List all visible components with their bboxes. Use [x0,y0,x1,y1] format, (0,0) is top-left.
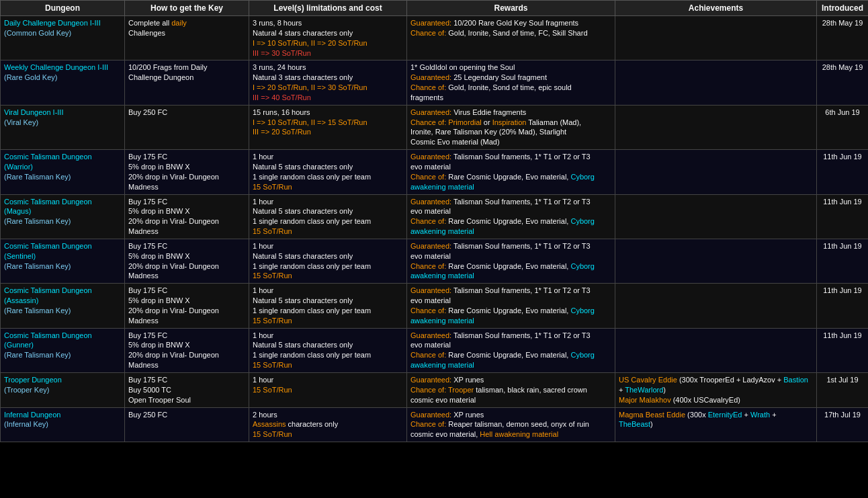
header-rewards: Rewards [407,1,615,16]
dungeon-name: Weekly Challenge Dungeon I-III [4,63,108,71]
rewards-cell: Guaranteed: XP runesChance of: Trooper t… [407,373,615,408]
dungeon-cell: Trooper Dungeon(Trooper Key) [1,373,125,408]
key-cell: Buy 250 FC [125,407,249,442]
dungeon-cell: Cosmic Talisman Dungeon (Assassin)(Rare … [1,284,125,328]
dungeon-cell: Cosmic Talisman Dungeon (Warrior)(Rare T… [1,150,125,194]
dungeon-cell: Daily Challenge Dungeon I-III(Common Gol… [1,16,125,60]
key-cell: Buy 250 FC [125,105,249,149]
rewards-cell: Guaranteed: Talisman Soul framents, 1* T… [407,328,615,372]
dungeon-cell: Infernal Dungeon(Infernal Key) [1,407,125,442]
rewards-cell: Guaranteed: Virus Eddie fragmentsChance … [407,105,615,149]
introduced-cell: 11th Jun 19 [817,239,869,283]
key-cell: Buy 175 FC5% drop in BNW X20% drop in Vi… [125,194,249,239]
dungeon-name: Cosmic Talisman Dungeon (Assassin) [4,286,92,304]
introduced-cell: 28th May 19 [817,16,869,60]
achievements-cell [615,239,817,283]
dungeon-name: Viral Dungeon I-III [4,108,63,116]
header-key: How to get the Key [125,1,249,16]
key-cell: Buy 175 FC5% drop in BNW X20% drop in Vi… [125,150,249,194]
achievements-cell [615,150,817,194]
introduced-cell: 11th Jun 19 [817,328,869,372]
key-cell: Buy 175 FC5% drop in BNW X20% drop in Vi… [125,284,249,328]
achievements-cell [615,105,817,149]
rewards-cell: 1* GoldIdol on opening the SoulGuarantee… [407,60,615,105]
rewards-cell: Guaranteed: Talisman Soul framents, 1* T… [407,239,615,283]
key-cell: Buy 175 FCBuy 5000 TCOpen Trooper Soul [125,373,249,408]
dungeon-sub: (Viral Key) [4,118,38,126]
dungeon-cell: Weekly Challenge Dungeon I-III(Rare Gold… [1,60,125,105]
levels-cell: 1 hourNatural 5 stars characters only1 s… [249,239,407,283]
dungeon-sub: (Rare Talisman Key) [4,173,71,181]
levels-cell: 1 hourNatural 5 stars characters only1 s… [249,194,407,239]
achievements-cell [615,284,817,328]
achievements-cell [615,194,817,239]
dungeon-cell: Viral Dungeon I-III(Viral Key) [1,105,125,149]
dungeon-sub: (Rare Talisman Key) [4,351,71,359]
dungeon-name: Trooper Dungeon [4,376,62,384]
dungeon-name: Cosmic Talisman Dungeon (Gunner) [4,331,92,349]
key-cell: Complete all dailyChallenges [125,16,249,60]
introduced-cell: 6th Jun 19 [817,105,869,149]
key-cell: 10/200 Frags from DailyChallenge Dungeon [125,60,249,105]
levels-cell: 1 hourNatural 5 stars characters only1 s… [249,150,407,194]
achievements-cell [615,328,817,372]
introduced-cell: 11th Jun 19 [817,194,869,239]
rewards-cell: Guaranteed: XP runesChance of: Reaper ta… [407,407,615,442]
levels-cell: 1 hourNatural 5 stars characters only1 s… [249,284,407,328]
dungeon-sub: (Infernal Key) [4,420,48,428]
header-levels: Level(s) limitations and cost [249,1,407,16]
key-cell: Buy 175 FC5% drop in BNW X20% drop in Vi… [125,239,249,283]
achievements-cell [615,60,817,105]
dungeon-cell: Cosmic Talisman Dungeon (Sentinel)(Rare … [1,239,125,283]
dungeon-sub: (Common Gold Key) [4,29,71,37]
dungeon-sub: (Rare Talisman Key) [4,262,71,270]
dungeon-sub: (Trooper Key) [4,386,49,394]
dungeon-cell: Cosmic Talisman Dungeon (Gunner)(Rare Ta… [1,328,125,372]
levels-cell: 2 hoursAssassins characters only15 SoT/R… [249,407,407,442]
introduced-cell: 17th Jul 19 [817,407,869,442]
dungeon-sub: (Rare Gold Key) [4,73,57,81]
introduced-cell: 11th Jun 19 [817,284,869,328]
dungeon-cell: Cosmic Talisman Dungeon (Magus)(Rare Tal… [1,194,125,239]
dungeon-name: Cosmic Talisman Dungeon (Magus) [4,198,92,216]
dungeon-name: Cosmic Talisman Dungeon (Warrior) [4,153,92,171]
achievements-cell: US Cavalry Eddie (300x TrooperEd + LadyA… [615,373,817,408]
rewards-cell: Guaranteed: 10/200 Rare Gold Key Soul fr… [407,16,615,60]
header-dungeon: Dungeon [1,1,125,16]
introduced-cell: 11th Jun 19 [817,150,869,194]
key-cell: Buy 175 FC5% drop in BNW X20% drop in Vi… [125,328,249,372]
dungeon-name: Daily Challenge Dungeon I-III [4,19,101,27]
introduced-cell: 28th May 19 [817,60,869,105]
dungeon-sub: (Rare Talisman Key) [4,306,71,315]
levels-cell: 1 hourNatural 5 stars characters only1 s… [249,328,407,372]
dungeon-name: Infernal Dungeon [4,411,60,419]
achievements-cell: Magma Beast Eddie (300x EternityEd + Wra… [615,407,817,442]
header-introduced: Introduced [817,1,869,16]
header-achievements: Achievements [615,1,817,16]
rewards-cell: Guaranteed: Talisman Soul framents, 1* T… [407,194,615,239]
rewards-cell: Guaranteed: Talisman Soul framents, 1* T… [407,284,615,328]
dungeon-name: Cosmic Talisman Dungeon (Sentinel) [4,242,92,260]
achievements-cell [615,16,817,60]
introduced-cell: 1st Jul 19 [817,373,869,408]
rewards-cell: Guaranteed: Talisman Soul framents, 1* T… [407,150,615,194]
levels-cell: 15 runs, 16 hoursI => 10 SoT/Run, II => … [249,105,407,149]
levels-cell: 3 runs, 24 hoursNatural 3 stars characte… [249,60,407,105]
levels-cell: 3 runs, 8 hoursNatural 4 stars character… [249,16,407,60]
dungeon-sub: (Rare Talisman Key) [4,217,71,225]
levels-cell: 1 hour15 SoT/Run [249,373,407,408]
